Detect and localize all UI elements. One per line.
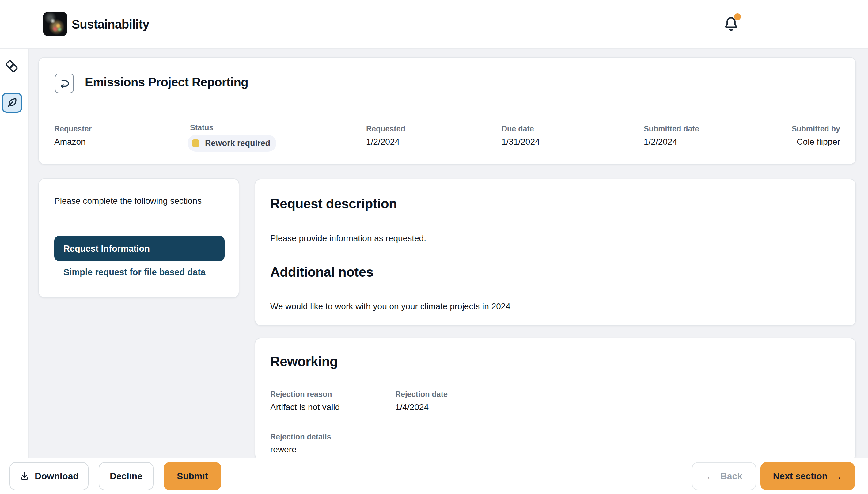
field-label: Rejection reason (270, 389, 340, 399)
sidebar (0, 0, 29, 458)
action-footer: Download Decline Submit ← Back Next sect… (0, 458, 868, 494)
download-button-label: Download (35, 471, 78, 481)
return-arrow-icon (58, 77, 71, 90)
top-header: Sustainability (0, 0, 868, 49)
download-button[interactable]: Download (9, 462, 89, 490)
project-summary-card: Emissions Project Reporting Requester Am… (38, 57, 856, 165)
section-nav-request-information[interactable]: Request Information (54, 236, 225, 261)
additional-notes-body: We would like to work with you on your c… (270, 302, 510, 311)
next-section-button-label: Next section (773, 471, 828, 481)
field-value: 1/2/2024 (366, 137, 405, 147)
page-title: Emissions Project Reporting (85, 75, 248, 89)
field-status: Status Rework required (190, 122, 276, 152)
request-description-card: Request description Please provide infor… (255, 179, 856, 326)
field-label: Submitted by (792, 124, 840, 134)
field-label: Rejection date (395, 389, 448, 399)
status-badge: Rework required (188, 135, 276, 152)
field-submitted-by: Submitted by Cole flipper (792, 124, 840, 147)
interlocked-blocks-icon (4, 59, 19, 74)
sidebar-item-sustainability-selected[interactable] (2, 93, 22, 113)
field-value: Amazon (54, 137, 92, 147)
return-button[interactable] (55, 74, 74, 93)
title-divider (54, 107, 841, 107)
status-severity-swatch (192, 139, 199, 147)
additional-notes-heading: Additional notes (270, 264, 373, 280)
request-description-body: Please provide information as requested. (270, 233, 426, 243)
app-title: Sustainability (72, 0, 149, 49)
back-button[interactable]: ← Back (692, 462, 756, 490)
decline-button-label: Decline (110, 471, 142, 481)
field-value: 1/2/2024 (644, 137, 699, 147)
footer-left-actions: Download Decline Submit (9, 462, 221, 490)
reworking-card: Reworking Rejection reason Artifact is n… (255, 338, 856, 460)
reworking-heading: Reworking (270, 354, 337, 369)
next-section-button[interactable]: Next section → (760, 462, 855, 490)
notifications-bell-button[interactable] (723, 15, 740, 34)
field-requester: Requester Amazon (54, 124, 92, 147)
decline-button[interactable]: Decline (99, 462, 154, 490)
app-logo-fireworks[interactable] (43, 12, 67, 36)
field-label: Submitted date (644, 124, 699, 134)
sections-intro-text: Please complete the following sections (54, 196, 201, 206)
submit-button[interactable]: Submit (163, 462, 221, 490)
field-label: Requester (54, 124, 92, 134)
field-value: 1/4/2024 (395, 402, 448, 413)
sidebar-item-exchange[interactable] (4, 59, 19, 74)
field-value: Cole flipper (792, 137, 840, 147)
footer-right-actions: ← Back Next section → (692, 462, 855, 490)
arrow-left-icon: ← (706, 471, 715, 481)
field-requested: Requested 1/2/2024 (366, 124, 405, 147)
sidebar-divider (2, 84, 26, 85)
field-value: 1/31/2024 (502, 137, 540, 147)
request-description-heading: Request description (270, 196, 397, 211)
arrow-right-icon: → (832, 471, 842, 481)
leaf-icon (6, 97, 18, 109)
app-window: Sustainability (0, 0, 868, 494)
rejection-details-label: Rejection details (270, 432, 331, 442)
field-label: Status (190, 122, 276, 132)
field-label: Requested (366, 124, 405, 134)
field-rejection-reason: Rejection reason Artifact is not valid (270, 389, 340, 413)
status-badge-label: Rework required (205, 138, 270, 148)
back-button-label: Back (720, 471, 742, 481)
submit-button-label: Submit (177, 471, 208, 481)
field-due-date: Due date 1/31/2024 (502, 124, 540, 147)
sections-panel: Please complete the following sections R… (38, 178, 239, 298)
rejection-details-value: rewere (270, 445, 296, 454)
download-icon (19, 471, 30, 481)
unread-notification-dot (734, 14, 741, 20)
field-value: Artifact is not valid (270, 402, 340, 413)
field-rejection-date: Rejection date 1/4/2024 (395, 389, 448, 413)
field-submitted-date: Submitted date 1/2/2024 (644, 124, 699, 147)
section-nav-simple-request-link[interactable]: Simple request for file based data (63, 267, 206, 277)
field-label: Due date (502, 124, 540, 134)
sections-divider (54, 224, 225, 224)
